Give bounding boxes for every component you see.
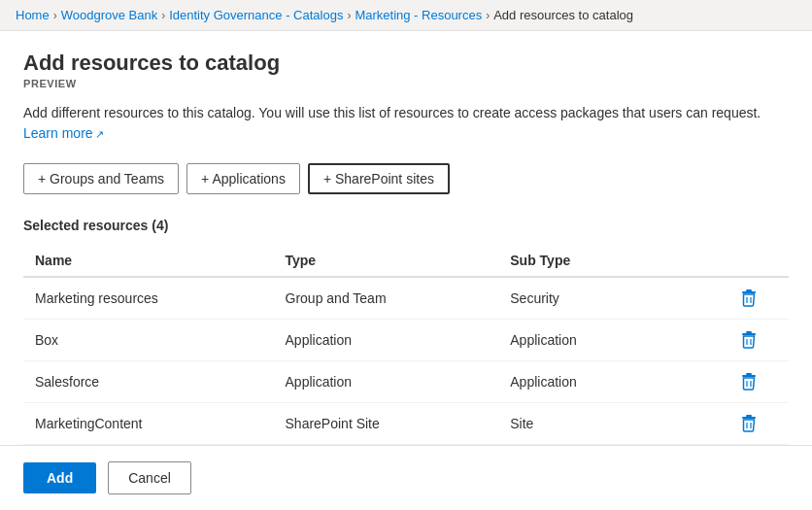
cancel-button[interactable]: Cancel xyxy=(108,461,191,494)
col-header-subtype: Sub Type xyxy=(498,245,724,277)
learn-more-link[interactable]: Learn more↗ xyxy=(23,125,104,141)
resource-name: Box xyxy=(23,320,274,361)
resource-subtype: Security xyxy=(498,277,724,320)
svg-rect-9 xyxy=(742,375,756,377)
breadcrumb-sep-1: › xyxy=(53,9,57,22)
table-header-row: Name Type Sub Type xyxy=(23,245,789,277)
table-row: MarketingContentSharePoint SiteSite xyxy=(23,403,789,445)
resource-subtype: Site xyxy=(498,403,724,445)
delete-resource-button[interactable] xyxy=(735,413,762,434)
page-title: Add resources to catalog xyxy=(23,51,789,76)
resource-delete-cell xyxy=(724,403,789,445)
breadcrumb-woodgrove[interactable]: Woodgrove Bank xyxy=(61,8,158,22)
resource-type: Application xyxy=(274,361,499,403)
svg-rect-0 xyxy=(746,289,752,291)
resource-name: Marketing resources xyxy=(23,277,274,320)
col-header-type: Type xyxy=(274,245,499,277)
col-header-name: Name xyxy=(23,245,274,277)
breadcrumb-home[interactable]: Home xyxy=(16,8,50,22)
trash-icon xyxy=(741,331,757,349)
resource-subtype: Application xyxy=(498,361,724,403)
resource-name: MarketingContent xyxy=(23,403,274,445)
preview-badge: PREVIEW xyxy=(23,78,789,89)
resource-delete-cell xyxy=(724,277,789,320)
resource-subtype: Application xyxy=(498,320,724,361)
svg-rect-13 xyxy=(742,417,756,419)
resource-type: Application xyxy=(274,320,499,361)
footer: Add Cancel xyxy=(0,445,812,510)
resource-type: SharePoint Site xyxy=(274,403,499,445)
description-text: Add different resources to this catalog.… xyxy=(23,103,789,144)
add-button[interactable]: Add xyxy=(23,462,96,493)
main-content: Add resources to catalog PREVIEW Add dif… xyxy=(0,31,812,445)
svg-rect-1 xyxy=(742,291,756,293)
svg-rect-8 xyxy=(746,373,752,375)
external-link-icon: ↗ xyxy=(95,128,104,140)
breadcrumb-sep-2: › xyxy=(161,9,165,22)
svg-rect-5 xyxy=(742,333,756,335)
trash-icon xyxy=(741,415,757,432)
resources-table: Name Type Sub Type Marketing resourcesGr… xyxy=(23,245,789,445)
trash-icon xyxy=(741,373,757,391)
delete-resource-button[interactable] xyxy=(735,329,762,351)
trash-icon xyxy=(741,289,757,307)
delete-resource-button[interactable] xyxy=(735,288,762,309)
breadcrumb-marketing-resources[interactable]: Marketing - Resources xyxy=(355,8,482,22)
resource-name: Salesforce xyxy=(23,361,274,403)
groups-and-teams-button[interactable]: + Groups and Teams xyxy=(23,163,179,194)
delete-resource-button[interactable] xyxy=(735,371,762,392)
resource-type: Group and Team xyxy=(274,277,499,320)
resource-delete-cell xyxy=(724,361,789,403)
breadcrumb-identity-governance[interactable]: Identity Governance - Catalogs xyxy=(169,8,343,22)
table-row: SalesforceApplicationApplication xyxy=(23,361,789,403)
breadcrumb-sep-4: › xyxy=(486,9,490,22)
breadcrumb-current: Add resources to catalog xyxy=(493,8,633,22)
table-row: Marketing resourcesGroup and TeamSecurit… xyxy=(23,277,789,320)
table-row: BoxApplicationApplication xyxy=(23,320,789,361)
resource-type-buttons: + Groups and Teams + Applications + Shar… xyxy=(23,163,789,194)
breadcrumb-sep-3: › xyxy=(347,9,351,22)
resource-delete-cell xyxy=(724,320,789,361)
selected-resources-header: Selected resources (4) xyxy=(23,218,789,233)
breadcrumb: Home › Woodgrove Bank › Identity Governa… xyxy=(0,0,812,31)
sharepoint-sites-button[interactable]: + SharePoint sites xyxy=(308,163,450,194)
svg-rect-4 xyxy=(746,331,752,333)
svg-rect-12 xyxy=(746,415,752,417)
applications-button[interactable]: + Applications xyxy=(186,163,300,194)
col-header-action xyxy=(724,245,789,277)
